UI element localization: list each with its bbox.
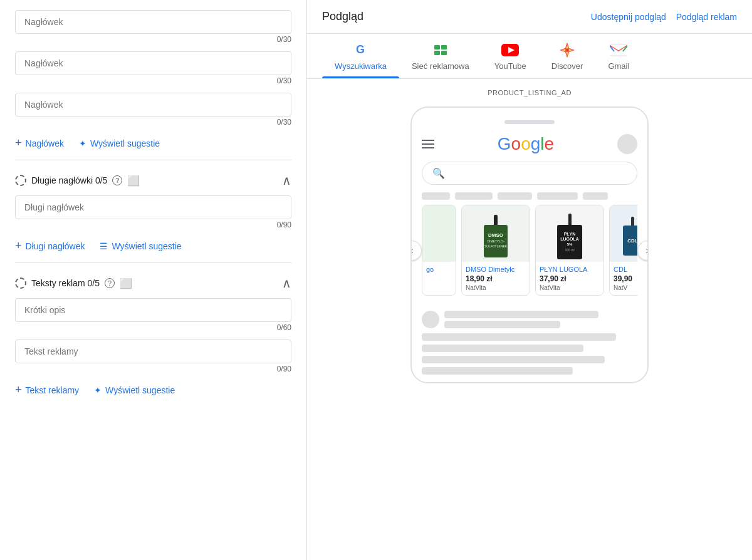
list-icon: ☰ <box>100 241 108 251</box>
sk-3 <box>422 333 616 341</box>
ads-preview-link[interactable]: Podgląd reklam <box>676 12 737 22</box>
sk-4 <box>422 345 583 352</box>
ad-texts-help-icon[interactable]: ? <box>105 278 115 288</box>
ad-text-actions-row: + Tekst reklamy ✦ Wyświetl sugestie <box>15 383 291 397</box>
add-long-headline-label: Długi nagłówek <box>26 241 85 251</box>
sk-5 <box>422 356 605 363</box>
product-info-cdl: CDL 39,90 NatV <box>610 262 637 295</box>
skeleton-4 <box>537 192 578 200</box>
add-headline-button[interactable]: + Nagłówek <box>15 137 64 150</box>
phone-header: Google <box>422 134 637 154</box>
ad-texts-title: Teksty reklam 0/5 <box>31 278 100 288</box>
search-icon: 🔍 <box>432 167 445 179</box>
tab-discover[interactable]: Discover <box>539 34 596 78</box>
skeleton-nav-row <box>422 192 637 200</box>
youtube-icon <box>501 41 519 59</box>
comment-icon-2[interactable]: ⬜ <box>120 277 132 289</box>
user-avatar-sm <box>422 311 439 328</box>
svg-text:G: G <box>356 43 365 56</box>
left-panel: 0/30 0/30 0/30 + Nagłówek ✦ Wyświetl sug… <box>0 0 307 560</box>
next-arrow[interactable]: › <box>637 241 649 261</box>
dashed-circle-icon <box>15 175 26 186</box>
product-img-cdl: CDL <box>610 205 637 262</box>
headline-1-char-count: 0/30 <box>15 34 291 49</box>
long-headlines-help-icon[interactable]: ? <box>112 175 122 185</box>
product-card-dmso[interactable]: DMSODIMETYLO-SULFOTLENEK DMSO Dimetylc 1… <box>461 205 530 296</box>
suggest-ad-text-button[interactable]: ✦ Wyświetl sugestie <box>94 383 175 397</box>
cdl-price: 39,90 <box>614 274 637 283</box>
add-ad-text-label: Tekst reklamy <box>26 385 80 395</box>
long-headline-char-count: 0/90 <box>15 219 291 234</box>
long-headlines-section: Długie nagłówki 0/5 ? ⬜ ∧ 0/90 + Długi n… <box>15 165 291 252</box>
prev-arrow[interactable]: ‹ <box>410 241 422 261</box>
tab-youtube[interactable]: YouTube <box>482 34 539 78</box>
suggest-long-headline-button[interactable]: ☰ Wyświetl sugestie <box>100 239 181 252</box>
svg-point-8 <box>565 48 569 52</box>
product-info-dmso: DMSO Dimetylc 18,90 zł NatVita <box>462 262 530 295</box>
gmail-icon <box>610 41 627 59</box>
tab-wyszukiwarka-label: Wyszukiwarka <box>335 61 387 71</box>
headline-input-3[interactable] <box>15 93 291 117</box>
preview-header: Podgląd Udostępnij podgląd Podgląd rekla… <box>307 0 752 34</box>
share-preview-link[interactable]: Udostępnij podgląd <box>591 12 666 22</box>
ad-texts-title-group: Teksty reklam 0/5 ? ⬜ <box>15 277 132 289</box>
headline-input-1-group: 0/30 <box>15 10 291 49</box>
lugola-bottle: PŁYNLUGOLA5% 100 ml <box>557 209 582 259</box>
svg-rect-5 <box>441 51 447 55</box>
preview-tabs: G Wyszukiwarka Sieć reklamowa <box>307 34 752 79</box>
user-row <box>422 311 637 328</box>
long-headline-input-group: 0/90 <box>15 195 291 234</box>
ad-texts-header: Teksty reklam 0/5 ? ⬜ ∧ <box>15 268 291 298</box>
phone-content: Google 🔍 <box>412 134 647 382</box>
headline-input-2[interactable] <box>15 51 291 75</box>
suggest-headline-button[interactable]: ✦ Wyświetl sugestie <box>79 137 160 150</box>
google-search-icon: G <box>352 41 369 59</box>
long-headlines-header: Długie nagłówki 0/5 ? ⬜ ∧ <box>15 165 291 195</box>
tab-gmail[interactable]: Gmail <box>595 34 642 78</box>
tab-wyszukiwarka[interactable]: G Wyszukiwarka <box>322 34 399 78</box>
bottle-cap <box>494 215 498 225</box>
chevron-up-icon[interactable]: ∧ <box>282 173 291 188</box>
google-logo: Google <box>498 134 554 154</box>
long-headline-actions-row: + Długi nagłówek ☰ Wyświetl sugestie <box>15 239 291 252</box>
add-headline-label: Nagłówek <box>26 138 64 148</box>
phone-search-input[interactable] <box>450 169 627 179</box>
long-headlines-title: Długie nagłówki 0/5 <box>31 175 107 185</box>
comment-icon[interactable]: ⬜ <box>127 175 140 187</box>
suggest-long-headline-label: Wyświetl sugestie <box>112 241 181 251</box>
sk-2 <box>444 321 560 328</box>
long-headline-input[interactable] <box>15 195 291 219</box>
headline-3-char-count: 0/30 <box>15 117 291 132</box>
preview-links: Udostępnij podgląd Podgląd reklam <box>591 12 737 22</box>
dmso-seller: NatVita <box>466 284 526 291</box>
bottle-body-dmso: DMSODIMETYLO-SULFOTLENEK <box>484 225 508 257</box>
tab-siec-reklamowa-label: Sieć reklamowa <box>412 61 469 71</box>
headline-2-char-count: 0/30 <box>15 75 291 90</box>
product-card-cdl[interactable]: CDL CDL 39,90 NatV <box>609 205 637 296</box>
svg-rect-2 <box>434 45 440 49</box>
ad-text-input-group: 0/90 <box>15 340 291 378</box>
discover-icon <box>558 41 576 59</box>
dmso-price: 18,90 zł <box>466 274 526 283</box>
product-card-lugola[interactable]: PŁYNLUGOLA5% 100 ml PŁYN LUGOLA 37,90 zł… <box>535 205 604 296</box>
skeleton-3 <box>498 192 532 200</box>
tab-discover-label: Discover <box>551 61 583 71</box>
headline-actions-row: + Nagłówek ✦ Wyświetl sugestie <box>15 137 291 150</box>
product-card-partial-left: go <box>422 205 456 296</box>
suggest-headline-label: Wyświetl sugestie <box>90 138 160 148</box>
plus-icon-2: + <box>15 239 22 252</box>
add-long-headline-button[interactable]: + Długi nagłówek <box>15 239 85 252</box>
ad-text-char-count: 0/90 <box>15 363 291 378</box>
divider-2 <box>15 262 291 263</box>
ad-text-input[interactable] <box>15 340 291 363</box>
bottom-skeletons <box>422 303 637 382</box>
hamburger-icon[interactable] <box>422 140 434 148</box>
sk-1 <box>444 311 598 318</box>
headline-input-1[interactable] <box>15 10 291 34</box>
chevron-up-icon-2[interactable]: ∧ <box>282 276 291 291</box>
tab-siec-reklamowa[interactable]: Sieć reklamowa <box>399 34 482 78</box>
short-desc-input[interactable] <box>15 298 291 322</box>
add-ad-text-button[interactable]: + Tekst reklamy <box>15 383 79 397</box>
skeleton-1 <box>422 192 450 200</box>
suggest-ad-text-label: Wyświetl sugestie <box>105 385 175 395</box>
